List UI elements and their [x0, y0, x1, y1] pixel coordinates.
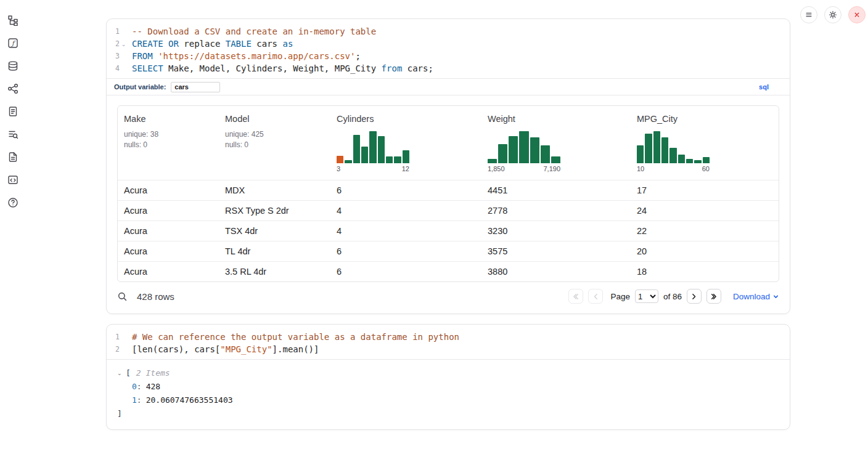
table-cell: TSX 4dr — [219, 221, 330, 241]
code-line[interactable]: 2[len(cars), cars["MPG_City"].mean()] — [107, 343, 790, 355]
tree-entry-key: 0 — [132, 382, 137, 391]
row-count: 428 rows — [137, 291, 174, 302]
gear-icon — [829, 10, 837, 19]
table-cell: 24 — [631, 201, 779, 220]
language-badge: sql — [759, 83, 769, 91]
code-token: ].mean()] — [272, 344, 319, 354]
table-row[interactable]: AcuraTSX 4dr4323022 — [118, 220, 779, 241]
histogram-bar — [541, 145, 550, 163]
sidebar-item-file-explorer[interactable] — [7, 14, 19, 26]
code-text: SELECT Make, Model, Cylinders, Weight, M… — [128, 62, 433, 75]
histogram-axis: 1060 — [637, 165, 710, 172]
sidebar-item-help[interactable] — [7, 196, 19, 209]
table-row[interactable]: AcuraMDX6445117 — [118, 180, 779, 200]
table-cell: 6 — [330, 241, 481, 261]
table-cell: 6 — [330, 180, 481, 200]
table-row[interactable]: AcuraTL 4dr6357520 — [118, 241, 779, 261]
table-cell: Acura — [118, 201, 219, 220]
table-search-button[interactable] — [117, 291, 128, 302]
line-number: 2 — [107, 343, 120, 355]
line-number: 3 — [107, 50, 120, 62]
code-text: -- Download a CSV and create an in-memor… — [128, 25, 376, 38]
settings-button[interactable] — [824, 6, 841, 23]
column-header-weight[interactable]: Weight1,8507,190 — [481, 106, 631, 180]
svg-text:ƒ: ƒ — [10, 39, 16, 47]
table-body: AcuraMDX6445117AcuraRSX Type S 2dr427782… — [118, 180, 779, 281]
tree-entries: 0:4281:20.060747663551403 — [117, 380, 779, 407]
histogram-bar — [678, 155, 685, 163]
sidebar-item-documentation[interactable] — [7, 151, 19, 163]
column-header-cylinders[interactable]: Cylinders312 — [330, 106, 481, 180]
sidebar-item-functions[interactable]: ƒ — [7, 37, 19, 49]
download-label: Download — [733, 292, 770, 301]
code-token — [163, 39, 168, 49]
sidebar-item-dependency-graph[interactable] — [7, 83, 19, 95]
first-page-button[interactable] — [568, 289, 583, 304]
table-cell: 2778 — [481, 201, 631, 220]
histogram-bar — [498, 144, 507, 163]
table-cell: 3575 — [481, 241, 631, 261]
column-header-model[interactable]: Modelunique: 425nulls: 0 — [219, 106, 330, 180]
histogram-bar — [637, 145, 644, 163]
page-select[interactable]: 1 — [635, 289, 658, 303]
python-output-area: ⌄ [ 2 Items 0:4281:20.060747663551403 ] — [107, 359, 790, 429]
column-header-mpg_city[interactable]: MPG_City1060 — [631, 106, 779, 180]
sidebar-item-snippets[interactable] — [7, 174, 19, 186]
histogram-bar — [386, 156, 393, 163]
line-number: 1 — [107, 25, 120, 38]
histogram-bar — [694, 160, 701, 163]
scroll-icon — [7, 106, 18, 117]
output-variable-input[interactable] — [171, 82, 220, 92]
tree-entry: 0:428 — [117, 380, 779, 394]
double-chevron-left-icon — [572, 293, 580, 301]
search-icon — [117, 291, 128, 302]
fold-chevron-icon[interactable]: ⌄ — [120, 38, 128, 50]
sidebar-item-logs[interactable] — [7, 128, 19, 140]
table-row[interactable]: AcuraRSX Type S 2dr4277824 — [118, 200, 779, 220]
sidebar-item-outline[interactable] — [7, 105, 19, 118]
axis-min-label: 1,850 — [488, 165, 505, 172]
shutdown-button[interactable] — [848, 6, 866, 23]
histogram-bar — [488, 159, 497, 163]
table-header-row: Makeunique: 38nulls: 0Modelunique: 425nu… — [118, 106, 779, 180]
table-cell: 3230 — [481, 221, 631, 241]
histogram-bar — [361, 147, 368, 163]
previous-page-button[interactable] — [588, 289, 603, 304]
sidebar-item-data-sources[interactable] — [7, 60, 19, 72]
code-line[interactable]: 1-- Download a CSV and create an in-memo… — [107, 25, 790, 38]
code-line[interactable]: 4SELECT Make, Model, Cylinders, Weight, … — [107, 62, 790, 75]
sql-code-editor[interactable]: 1-- Download a CSV and create an in-memo… — [107, 19, 790, 78]
table-row[interactable]: Acura3.5 RL 4dr6388018 — [118, 261, 779, 281]
tree-close-row: ] — [117, 407, 779, 421]
next-page-button[interactable] — [687, 289, 702, 304]
fold-spacer — [120, 25, 128, 38]
axis-max-label: 12 — [402, 165, 409, 172]
code-line[interactable]: 2⌄CREATE OR replace TABLE cars as — [107, 38, 790, 50]
code-token — [153, 51, 158, 61]
collapse-chevron-icon[interactable]: ⌄ — [117, 366, 126, 380]
code-token: [len(cars), cars[ — [132, 344, 220, 354]
histogram-bar — [686, 159, 693, 163]
last-page-button[interactable] — [706, 289, 721, 304]
histogram-bars — [488, 131, 560, 163]
table-cell: 6 — [330, 262, 481, 281]
table-cell: RSX Type S 2dr — [219, 201, 330, 220]
line-number: 2 — [107, 38, 120, 50]
code-token: SELECT — [132, 63, 163, 73]
table-cell: Acura — [118, 241, 219, 261]
function-icon: ƒ — [7, 38, 18, 49]
notebook-menu-button[interactable] — [800, 6, 817, 23]
column-name: Weight — [488, 114, 626, 124]
python-code-editor[interactable]: 1# We can reference the output variable … — [107, 325, 790, 359]
line-number: 4 — [107, 62, 120, 75]
table-cell: Acura — [118, 262, 219, 281]
column-header-make[interactable]: Makeunique: 38nulls: 0 — [118, 106, 219, 180]
code-token: OR — [168, 39, 179, 49]
code-line[interactable]: 1# We can reference the output variable … — [107, 331, 790, 343]
chevron-down-icon — [772, 293, 779, 300]
list-output-tree: ⌄ [ 2 Items 0:4281:20.060747663551403 ] — [117, 366, 779, 421]
download-button[interactable]: Download — [733, 292, 779, 301]
code-line[interactable]: 3FROM 'https://datasets.marimo.app/cars.… — [107, 50, 790, 62]
histogram-bars — [337, 131, 409, 163]
file-text-icon — [7, 152, 18, 163]
